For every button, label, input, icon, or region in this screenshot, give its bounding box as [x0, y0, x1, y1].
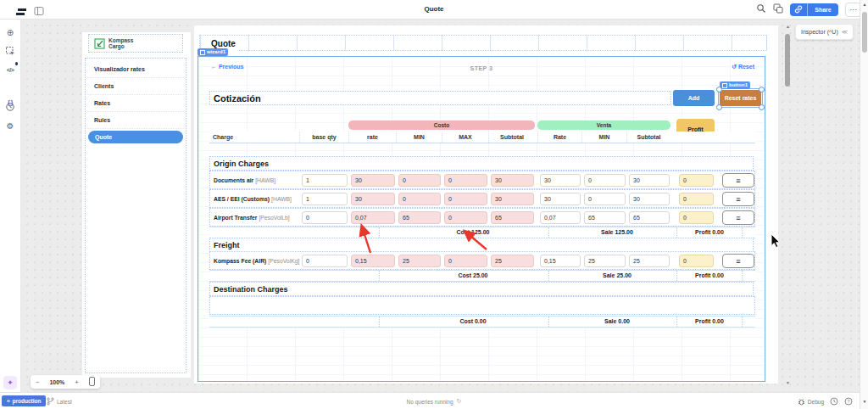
widget-type-icon [722, 83, 727, 88]
page-header-grid: Quote [199, 35, 767, 51]
add-widget-icon[interactable]: ⊕ [0, 25, 20, 39]
cost-rate-input[interactable]: 0,07 [351, 211, 395, 224]
svg-text:?: ? [847, 399, 850, 404]
scrollbar-thumb[interactable] [862, 12, 867, 53]
scroll-up-icon[interactable]: ▲ [784, 24, 792, 29]
share-button[interactable]: Share [808, 3, 838, 16]
app-logo-text: Kompass Cargo [108, 37, 147, 50]
col-subtotal: Subtotal [488, 132, 535, 143]
cost-min-input[interactable]: 0 [398, 193, 441, 205]
row-menu-button[interactable]: ≡ [722, 254, 754, 268]
base-qty-input[interactable]: 1 [302, 174, 348, 187]
profit-total: Profit 0.00 [676, 227, 743, 238]
app-logo-widget[interactable]: Kompass Cargo [88, 34, 183, 53]
nav-item-quote-active[interactable]: Quote [88, 131, 183, 143]
sale-rate-input[interactable]: 0,07 [540, 211, 581, 224]
menu-icon: ≡ [736, 176, 740, 185]
reset-rates-button[interactable]: Reset rates [720, 90, 761, 106]
refresh-icon[interactable]: ↻ [457, 398, 462, 405]
cost-min-input[interactable]: 0 [398, 174, 441, 187]
sale-min-input[interactable]: 0 [584, 174, 626, 187]
cost-max-input[interactable]: 0 [444, 211, 487, 224]
col-sale-min: MIN [581, 132, 626, 143]
cost-total: Cost 0.00 [379, 317, 566, 327]
code-queries-icon[interactable]: </> [0, 63, 20, 76]
sale-min-input[interactable]: 65 [584, 211, 626, 224]
col-rate: rate [348, 132, 396, 143]
settings-gear-icon[interactable]: ⚙ [0, 119, 20, 132]
cost-min-input[interactable]: 65 [398, 211, 441, 224]
cost-rate-input[interactable]: 0,15 [351, 255, 395, 267]
cost-subtotal-input[interactable]: 30 [491, 174, 534, 187]
sale-rate-input[interactable]: 30 [540, 193, 581, 205]
cost-max-input[interactable]: 0 [444, 255, 487, 267]
sale-subtotal-input[interactable]: 65 [629, 211, 670, 224]
help-icon[interactable]: ? [844, 397, 853, 406]
scrollbar-thumb[interactable] [785, 34, 790, 87]
inspector-button[interactable]: Inspector (^U) ≪ [795, 24, 854, 40]
nav-item-rules[interactable]: Rules [87, 112, 184, 129]
base-qty-input[interactable]: 0 [302, 255, 348, 267]
charge-unit: [HAWB] [255, 177, 275, 183]
search-icon[interactable] [756, 2, 766, 17]
sale-min-input[interactable]: 0 [584, 193, 626, 205]
sale-subtotal-input[interactable]: 30 [629, 193, 670, 205]
row-menu-button[interactable]: ≡ [722, 192, 754, 206]
selection-handle[interactable] [716, 104, 722, 110]
copy-link-button[interactable] [790, 3, 808, 16]
sale-min-input[interactable]: 25 [584, 255, 626, 267]
selection-handle[interactable] [759, 104, 765, 110]
scroll-up-icon[interactable]: ▲ [860, 2, 868, 7]
nav-item-clients[interactable]: Clients [87, 78, 184, 95]
step-label: STEP 3 [198, 65, 765, 71]
cost-subtotal-input[interactable]: 30 [491, 193, 534, 205]
selection-handle[interactable] [759, 87, 765, 92]
zoom-out-button[interactable]: − [36, 379, 39, 385]
profit-total: Profit 0.00 [676, 271, 743, 281]
sale-rate-input[interactable]: 0,15 [540, 255, 581, 267]
sale-rate-input[interactable]: 30 [540, 174, 581, 187]
cost-rate-input[interactable]: 30 [351, 193, 395, 205]
scroll-down-icon[interactable]: ▼ [784, 380, 792, 385]
profit-cell[interactable]: 0 [679, 193, 714, 205]
sale-subtotal-input[interactable]: 25 [629, 255, 670, 267]
base-qty-input[interactable]: 0 [302, 211, 348, 224]
profit-cell[interactable]: 0 [679, 211, 714, 224]
canvas-scrollbar[interactable]: ▲ ▼ [784, 22, 792, 389]
selection-handle[interactable] [716, 87, 722, 92]
cost-max-input[interactable]: 0 [444, 174, 487, 187]
cost-subtotal-input[interactable]: 25 [491, 255, 534, 267]
add-button[interactable]: Add [673, 90, 715, 106]
col-sale-rate: Rate [537, 132, 581, 143]
editor-canvas: Kompass Cargo Visualizador rates Clients… [20, 19, 860, 392]
cost-min-input[interactable]: 25 [398, 255, 441, 267]
profit-cell[interactable]: 0 [679, 255, 714, 267]
sale-subtotal-input[interactable]: 30 [629, 174, 670, 187]
profit-cell[interactable]: 0 [679, 174, 714, 187]
nav-item-visualizador-rates[interactable]: Visualizador rates [87, 61, 184, 78]
base-qty-input[interactable]: 1 [302, 193, 348, 205]
canvas-preview-icon[interactable] [773, 2, 783, 17]
scroll-down-icon[interactable]: ▼ [860, 399, 868, 404]
widget-name-badge[interactable]: wizard1 [198, 48, 228, 56]
section-header-destination-charges: Destination Charges [209, 282, 754, 296]
zoom-in-button[interactable]: + [75, 379, 79, 385]
mobile-preview-icon[interactable] [89, 377, 95, 387]
debug-button[interactable]: Debug [798, 398, 824, 406]
nav-item-rates[interactable]: Rates [87, 95, 184, 112]
button-name-badge[interactable]: button1 [720, 81, 750, 89]
history-clock-icon[interactable] [830, 397, 838, 406]
select-tool-icon[interactable] [0, 44, 20, 58]
history-icon[interactable] [0, 100, 20, 114]
cost-max-input[interactable]: 0 [444, 193, 487, 205]
editor-left-rail: ⊕ </> { } ⚙ ✦ [0, 19, 21, 392]
row-menu-button[interactable]: ≡ [722, 173, 754, 188]
col-charge: Charge [209, 132, 299, 143]
row-menu-button[interactable]: ≡ [722, 210, 754, 225]
ai-assistant-button[interactable]: ✦ [3, 376, 17, 389]
reset-link[interactable]: ↺ Reset [732, 64, 754, 70]
zoom-level[interactable]: 100% [49, 379, 64, 385]
window-scrollbar[interactable]: ▲ ▼ [860, 0, 868, 409]
cost-rate-input[interactable]: 30 [351, 174, 395, 187]
cost-subtotal-input[interactable]: 65 [491, 211, 534, 224]
